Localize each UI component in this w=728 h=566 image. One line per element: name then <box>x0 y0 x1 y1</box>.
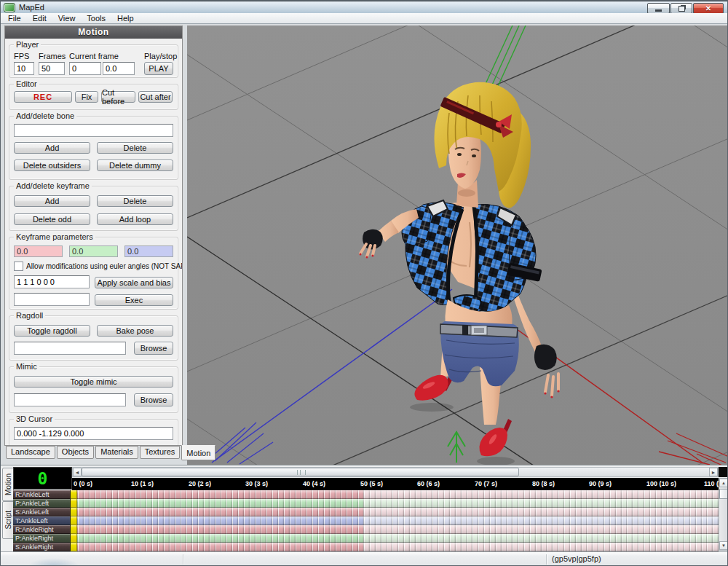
cut-after-button[interactable]: Cut after <box>138 91 173 103</box>
exec-input[interactable] <box>14 293 90 306</box>
euler-checkbox[interactable] <box>14 262 23 271</box>
play-button[interactable]: PLAY <box>144 62 173 75</box>
toggle-ragdoll-button[interactable]: Toggle ragdoll <box>14 325 90 337</box>
timeline-tab-motion[interactable]: Motion <box>2 468 14 501</box>
keyframe-cells[interactable] <box>77 534 363 543</box>
menu-view[interactable]: View <box>52 13 82 23</box>
keyframe-cells-empty[interactable] <box>363 499 719 508</box>
track-label[interactable]: R:AnkleLeft <box>13 490 71 499</box>
scroll-right-icon[interactable]: ► <box>709 468 718 476</box>
bone-delete-button[interactable]: Delete <box>97 142 173 154</box>
keyframe-delete-button[interactable]: Delete <box>97 195 173 207</box>
restore-button[interactable] <box>670 3 692 14</box>
track-row[interactable]: P:AnkleLeft <box>13 499 719 508</box>
add-loop-button[interactable]: Add loop <box>97 213 173 225</box>
tab-landscape[interactable]: Landscape <box>6 446 55 459</box>
keyframe-cells-empty[interactable] <box>363 490 719 499</box>
keyframe-cells[interactable] <box>77 499 363 508</box>
current-frame-marker[interactable] <box>71 543 77 551</box>
track-row[interactable]: T:AnkleLeft <box>13 516 719 525</box>
track-row[interactable]: S:AnkleLeft <box>13 508 719 516</box>
keyframe-add-button[interactable]: Add <box>14 195 90 207</box>
current-frame-marker[interactable] <box>71 534 77 543</box>
bake-pose-button[interactable]: Bake pose <box>97 325 173 337</box>
close-button[interactable]: ✕ <box>693 3 724 14</box>
timeline-ruler[interactable]: 0 (0 s) 10 (1 s) 20 (2 s) 30 (3 s) 40 (4… <box>72 478 719 490</box>
minimize-button[interactable] <box>647 3 670 14</box>
current-frame-marker[interactable] <box>71 490 77 499</box>
bone-add-button[interactable]: Add <box>14 142 90 154</box>
tab-textures[interactable]: Textures <box>140 446 181 459</box>
keyframe-cells[interactable] <box>77 525 363 534</box>
scale-bias-input[interactable] <box>14 275 90 288</box>
menu-help[interactable]: Help <box>111 13 140 23</box>
track-row[interactable]: R:AnkleRight <box>13 525 719 534</box>
tab-materials[interactable]: Materials <box>95 446 138 459</box>
mimic-group: Mimic Toggle mimic Browse <box>9 366 178 413</box>
menu-tools[interactable]: Tools <box>81 13 111 23</box>
current-time-input[interactable] <box>103 62 135 75</box>
keyframe-cells-empty[interactable] <box>363 516 719 525</box>
cut-before-button[interactable]: Cut before <box>101 91 135 103</box>
tab-objects[interactable]: Objects <box>57 446 94 459</box>
track-label[interactable]: P:AnkleLeft <box>13 499 71 508</box>
current-frame-label: Current frame <box>69 52 135 60</box>
track-row[interactable]: P:AnkleRight <box>13 534 719 543</box>
fps-input[interactable] <box>14 62 34 75</box>
3d-viewport[interactable] <box>187 25 728 465</box>
current-frame-marker[interactable] <box>71 508 77 516</box>
track-row[interactable]: S:AnkleRight <box>13 543 719 551</box>
ragdoll-file-input[interactable] <box>14 342 126 355</box>
delete-dummy-button[interactable]: Delete dummy <box>97 160 173 171</box>
keyframe-cells-empty[interactable] <box>363 525 719 534</box>
current-frame-marker[interactable] <box>71 525 77 534</box>
keyframe-cells-empty[interactable] <box>363 508 719 516</box>
menu-edit[interactable]: Edit <box>27 13 52 23</box>
track-label[interactable]: S:AnkleLeft <box>13 508 71 516</box>
keyframe-cells[interactable] <box>77 490 363 499</box>
ruler-label: 100 (10 s) <box>646 480 676 487</box>
keyframe-cells[interactable] <box>77 516 363 525</box>
vscroll-thumb[interactable] <box>719 489 728 499</box>
delete-outsiders-button[interactable]: Delete outsiders <box>14 160 90 171</box>
track-label[interactable]: R:AnkleRight <box>13 525 71 534</box>
mimic-browse-button[interactable]: Browse <box>134 393 173 406</box>
keyframe-cells-empty[interactable] <box>363 534 719 543</box>
track-label[interactable]: T:AnkleLeft <box>13 516 71 525</box>
menu-file[interactable]: File <box>2 13 27 23</box>
scroll-left-icon[interactable]: ◄ <box>73 468 82 476</box>
ragdoll-browse-button[interactable]: Browse <box>134 342 173 355</box>
param-x-input[interactable] <box>14 245 63 257</box>
scroll-down-icon[interactable]: ▼ <box>719 541 728 550</box>
timeline-tab-script[interactable]: Script <box>2 501 14 539</box>
tab-motion[interactable]: Motion <box>181 445 215 460</box>
param-z-input[interactable] <box>124 245 173 257</box>
current-frame-input[interactable] <box>69 62 101 75</box>
mimic-file-input[interactable] <box>14 393 126 406</box>
rec-button[interactable]: REC <box>14 91 72 103</box>
current-frame-marker[interactable] <box>71 499 77 508</box>
fix-button[interactable]: Fix <box>75 91 98 103</box>
apply-scale-bias-button[interactable]: Apply scale and bias <box>95 277 173 288</box>
keyframe-cells[interactable] <box>77 508 363 516</box>
titlebar[interactable]: MapEd ✕ <box>1 1 727 13</box>
keyframe-cells[interactable] <box>77 543 363 551</box>
track-label[interactable]: P:AnkleRight <box>13 534 71 543</box>
bone-group: Add/delete bone Add Delete Delete outsid… <box>9 116 178 180</box>
current-frame-marker[interactable] <box>71 516 77 525</box>
timeline-hscrollbar[interactable]: ◄ ► <box>72 467 719 477</box>
keyframe-cells-empty[interactable] <box>363 543 719 551</box>
param-y-input[interactable] <box>69 245 118 257</box>
exec-button[interactable]: Exec <box>95 294 173 306</box>
cursor3d-input[interactable] <box>14 427 173 440</box>
scroll-up-icon[interactable]: ▲ <box>719 479 728 487</box>
frames-input[interactable] <box>39 62 65 75</box>
track-label[interactable]: S:AnkleRight <box>13 543 71 551</box>
track-row[interactable]: R:AnkleLeft <box>13 490 719 499</box>
delete-odd-button[interactable]: Delete odd <box>14 213 90 225</box>
menubar: File Edit View Tools Help <box>1 13 727 24</box>
timeline-vscrollbar[interactable]: ▲ ▼ <box>719 478 728 551</box>
toggle-mimic-button[interactable]: Toggle mimic <box>14 376 173 388</box>
bone-name-input[interactable] <box>14 124 173 137</box>
hscroll-thumb[interactable] <box>82 468 519 476</box>
